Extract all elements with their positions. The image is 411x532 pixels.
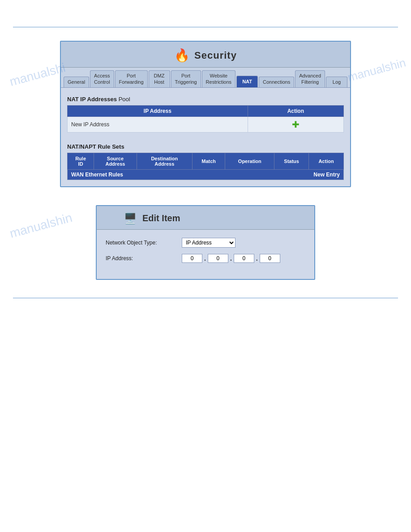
wan-new-entry-cell: New Entry (225, 169, 344, 180)
security-panel: 🔥 Security General AccessControl PortFor… (60, 41, 351, 187)
edit-panel-wrapper: 🖥️ Edit Item Network Object Type: IP Add… (0, 205, 411, 280)
tab-log[interactable]: Log (326, 77, 347, 87)
network-object-type-row: Network Object Type: IP Address Subnet I… (106, 238, 305, 248)
ip-octet-2[interactable] (208, 254, 228, 263)
ip-sep-2: . (230, 255, 232, 262)
nat-ip-table-header-ip: IP Address (68, 105, 248, 116)
new-entry-link[interactable]: New Entry (313, 172, 340, 178)
edit-panel-title: Edit Item (142, 213, 180, 223)
security-panel-wrapper: 🔥 Security General AccessControl PortFor… (0, 41, 411, 187)
edit-panel-header: 🖥️ Edit Item (97, 206, 314, 230)
wan-ethernet-rules-label: WAN Ethernet Rules (68, 169, 225, 180)
nat-ip-table-row: New IP Address ✚ (68, 116, 344, 132)
ip-sep-3: . (256, 255, 258, 262)
tab-website-restrictions[interactable]: WebsiteRestrictions (202, 70, 235, 87)
bottom-rule (13, 298, 398, 298)
nat-ip-table: IP Address Action New IP Address ✚ (67, 105, 344, 133)
ip-address-row: IP Address: . . . (106, 254, 305, 263)
network-object-type-label: Network Object Type: (106, 240, 182, 246)
rule-table-header-match: Match (192, 153, 225, 169)
ip-sep-1: . (204, 255, 206, 262)
security-panel-title: Security (194, 50, 237, 61)
watermark-3: manualshi (8, 60, 67, 89)
top-rule (13, 27, 398, 27)
nat-ip-pool-title: NAT IP Addresses Pool (67, 96, 344, 103)
nat-ip-pool-title-normal: Pool (117, 96, 130, 103)
panel-content: NAT IP Addresses Pool IP Address Action … (61, 88, 350, 186)
nat-ip-table-header-action: Action (248, 105, 343, 116)
network-object-type-select[interactable]: IP Address Subnet IP Range (182, 238, 235, 248)
add-ip-action-cell: ✚ (248, 116, 343, 132)
tab-port-forwarding[interactable]: PortForwarding (115, 70, 148, 87)
tab-access-control[interactable]: AccessControl (90, 70, 114, 87)
ip-octet-1[interactable] (182, 254, 202, 263)
watermark-edit: manualshin (8, 210, 74, 241)
security-icon: 🔥 (174, 48, 190, 63)
tab-connections[interactable]: Connections (259, 77, 294, 87)
rule-table-header-destination: DestinationAddress (137, 153, 192, 169)
rule-table-header-action: Action (309, 153, 344, 169)
wan-ethernet-rules-row: WAN Ethernet Rules New Entry (68, 169, 344, 180)
watermark-1: manualshin (346, 56, 407, 84)
page-wrapper: 🔥 Security General AccessControl PortFor… (0, 27, 411, 532)
rule-table-header-status: Status (274, 153, 309, 169)
rule-table-header-source: SourceAddress (94, 153, 137, 169)
add-ip-icon[interactable]: ✚ (292, 120, 300, 129)
nat-rule-sets-title-text: NAT/NAPT Rule Sets (67, 143, 124, 150)
ip-octet-4[interactable] (260, 254, 280, 263)
edit-panel-content: Network Object Type: IP Address Subnet I… (97, 230, 314, 279)
edit-panel: 🖥️ Edit Item Network Object Type: IP Add… (96, 205, 315, 280)
ip-address-label: IP Address: (106, 255, 182, 262)
tabs-row: General AccessControl PortForwarding DMZ… (61, 68, 350, 88)
ip-address-control: . . . (182, 254, 280, 263)
new-ip-address-cell: New IP Address (68, 116, 248, 132)
rule-sets-table: RuleID SourceAddress DestinationAddress … (67, 153, 344, 180)
security-panel-header: 🔥 Security (61, 42, 350, 68)
tab-dmz-host[interactable]: DMZHost (149, 70, 170, 87)
network-object-type-control: IP Address Subnet IP Range (182, 238, 235, 248)
nat-ip-pool-title-bold: NAT IP Addresses (67, 96, 117, 103)
tab-advanced-filtering[interactable]: AdvancedFiltering (295, 70, 325, 87)
spacer (67, 133, 344, 140)
tab-port-triggering[interactable]: PortTriggering (171, 70, 201, 87)
tab-nat[interactable]: NAT (236, 76, 258, 87)
ip-octet-3[interactable] (234, 254, 254, 263)
rule-table-header-operation: Operation (225, 153, 274, 169)
tab-general[interactable]: General (64, 77, 89, 87)
rule-table-header-id: RuleID (68, 153, 94, 169)
edit-panel-icon: 🖥️ (124, 212, 137, 225)
nat-rule-sets-title: NAT/NAPT Rule Sets (67, 143, 344, 150)
